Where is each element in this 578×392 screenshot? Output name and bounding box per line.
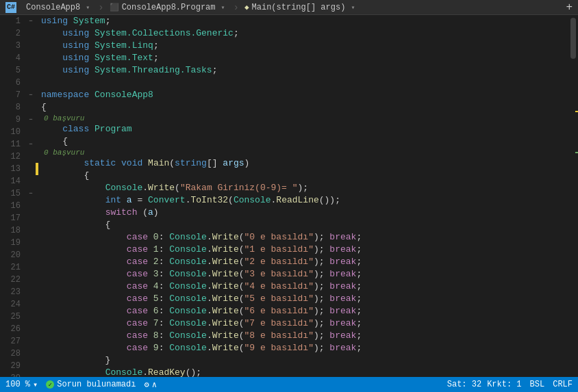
token-method: ToInt32	[190, 194, 228, 207]
token-plain: ;	[356, 256, 362, 268]
gutter-row: 15−	[0, 187, 38, 200]
add-tab-button[interactable]: +	[566, 1, 573, 14]
scroll-thumb[interactable]	[570, 18, 576, 59]
line-ending-label[interactable]: CRLF	[553, 380, 573, 389]
token-plain: (	[239, 330, 244, 342]
gutter-row: 22	[0, 274, 38, 286]
token-method: ReadKey	[148, 367, 186, 377]
gutter-row: 13	[0, 163, 38, 175]
token-plain: .	[207, 231, 212, 244]
token-plain: (	[239, 293, 244, 305]
title-bar: C# ConsoleApp8 ▾ › ⬛ ConsoleApp8.Program…	[0, 0, 578, 15]
token-plain: ;	[356, 342, 362, 354]
code-line: case 9: Console.Write("9 e basıldı"); br…	[41, 342, 568, 354]
nav-main[interactable]: ◆ Main(string[] args) ▾	[239, 1, 363, 14]
status-text: Sorun bulunamadı	[57, 380, 136, 389]
nav-divider-2: ›	[234, 2, 239, 13]
token-num: 9	[153, 342, 159, 354]
fold-button[interactable]: −	[26, 92, 36, 99]
gutter-row: 27	[0, 335, 38, 348]
token-plain: ;	[153, 52, 159, 64]
token-param: args	[223, 157, 244, 170]
token-plain	[41, 182, 105, 194]
line-number: 3	[0, 41, 26, 51]
token-str: "2 e basıldı"	[244, 256, 314, 268]
zoom-level[interactable]: 100 % ▾	[5, 380, 38, 390]
token-plain	[89, 64, 95, 77]
code-line: case 8: Console.Write("8 e basıldı"); br…	[41, 330, 568, 342]
token-plain: ;	[356, 330, 362, 342]
fold-button[interactable]: −	[26, 116, 36, 123]
app-dropdown-icon[interactable]: ▾	[86, 3, 90, 12]
settings-controls[interactable]: ⚙ ∧	[144, 380, 156, 390]
token-plain	[148, 268, 153, 280]
line-number: 19	[0, 238, 26, 248]
code-line	[41, 77, 568, 89]
zoom-dropdown-icon[interactable]: ▾	[33, 380, 38, 390]
scrollbar[interactable]	[568, 15, 578, 377]
token-kw: string	[175, 157, 207, 170]
token-plain: );	[314, 330, 329, 342]
token-plain	[148, 317, 153, 330]
token-method: Write	[212, 293, 239, 305]
fold-button[interactable]: −	[26, 190, 36, 197]
arrow-icon[interactable]: ∧	[152, 380, 157, 390]
token-plain: )	[244, 157, 250, 170]
main-dropdown-icon[interactable]: ▾	[351, 3, 355, 12]
token-str: "7 e basıldı"	[244, 317, 314, 330]
token-ns: Convert	[148, 194, 186, 207]
token-kw2: case	[127, 330, 148, 342]
gutter-row: 24	[0, 298, 38, 311]
token-plain: .	[271, 194, 277, 207]
token-kw2: break	[329, 244, 356, 256]
token-kw: using	[62, 52, 89, 64]
token-ns: System.Collections.Generic	[95, 27, 234, 40]
code-line: case 7: Console.Write("7 e basıldı"); br…	[41, 317, 568, 330]
token-plain: );	[314, 293, 329, 305]
token-method: ReadLine	[276, 194, 318, 207]
fold-button[interactable]: −	[26, 18, 36, 25]
token-ns: System.Threading.Tasks	[95, 64, 212, 77]
code-line: {	[41, 170, 568, 182]
code-line-group: 0 başvuru static void Main(string[] args…	[41, 148, 568, 170]
main-label: Main(string[] args)	[252, 3, 346, 12]
encoding-label[interactable]: BSL	[530, 380, 545, 389]
token-plain: .	[207, 293, 212, 305]
token-ns: Console	[169, 305, 207, 317]
token-plain	[41, 293, 127, 305]
token-ns: Console	[169, 256, 207, 268]
nav-program[interactable]: ⬛ ConsoleApp8.Program ▾	[104, 1, 234, 14]
program-dropdown-icon[interactable]: ▾	[221, 3, 225, 12]
token-str: "6 e basıldı"	[244, 305, 314, 317]
gutter-row: 23	[0, 286, 38, 298]
code-line: {	[41, 101, 568, 114]
token-kw: class	[62, 123, 89, 135]
token-plain: []	[207, 157, 223, 170]
line-number: 16	[0, 201, 26, 211]
code-area[interactable]: using System; using System.Collections.G…	[38, 15, 568, 377]
token-kw2: case	[127, 256, 148, 268]
code-hint: 0 başvuru	[41, 148, 568, 157]
fold-button[interactable]: −	[26, 141, 36, 148]
token-num: 1	[153, 244, 159, 256]
token-ns: Console	[234, 194, 271, 207]
token-plain: ;	[153, 40, 159, 52]
token-kw2: case	[127, 317, 148, 330]
status-ok-indicator[interactable]: ✓ Sorun bulunamadı	[46, 380, 136, 389]
token-kw: int	[105, 194, 121, 207]
nav-app-name[interactable]: ConsoleApp8 ▾	[21, 1, 98, 14]
token-str: "3 e basıldı"	[244, 268, 314, 280]
settings-icon[interactable]: ⚙	[144, 380, 149, 390]
line-number: 23	[0, 287, 26, 297]
token-kw: using	[62, 40, 89, 52]
code-line: using System.Threading.Tasks;	[41, 64, 568, 77]
code-line: case 1: Console.Write("1 e basıldı"); br…	[41, 244, 568, 256]
token-method: Write	[212, 244, 239, 256]
token-kw2: break	[329, 268, 356, 280]
program-label: ConsoleApp8.Program	[122, 3, 216, 12]
token-plain	[148, 305, 153, 317]
token-plain	[41, 317, 127, 330]
token-method: Write	[212, 342, 239, 354]
line-number: 1	[0, 16, 26, 26]
token-plain: (	[239, 244, 244, 256]
